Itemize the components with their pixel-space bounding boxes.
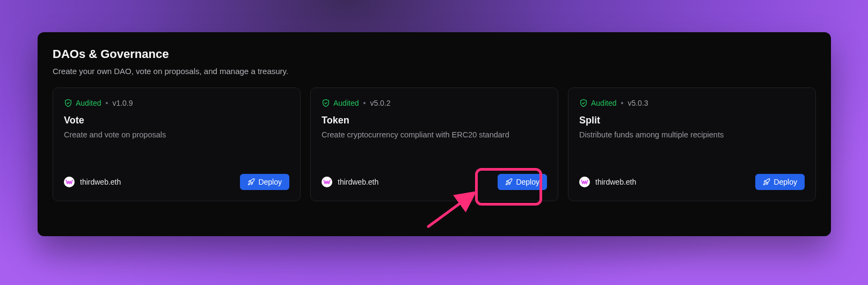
card-footer: thirdweb.eth Deploy	[64, 174, 289, 190]
version-label: v5.0.3	[628, 99, 648, 107]
card-title: Vote	[64, 115, 289, 126]
section-title: DAOs & Governance	[53, 47, 816, 61]
thirdweb-logo-icon	[64, 177, 75, 187]
badge-row: Audited • v1.0.9	[64, 99, 289, 107]
audited-label: Audited	[76, 99, 101, 107]
rocket-icon	[247, 178, 255, 186]
deploy-label: Deploy	[258, 178, 282, 186]
badge-row: Audited • v5.0.2	[322, 99, 547, 107]
deploy-button[interactable]: Deploy	[755, 174, 805, 190]
version-label: v1.0.9	[112, 99, 133, 107]
contract-card-split[interactable]: Audited • v5.0.3 Split Distribute funds …	[568, 87, 816, 201]
publisher-name: thirdweb.eth	[595, 178, 636, 186]
card-title: Token	[322, 115, 547, 126]
card-footer: thirdweb.eth Deploy	[579, 174, 805, 190]
cards-row: Audited • v1.0.9 Vote Create and vote on…	[53, 87, 816, 201]
contracts-panel: DAOs & Governance Create your own DAO, v…	[38, 32, 831, 236]
deploy-button[interactable]: Deploy	[498, 174, 547, 190]
shield-check-icon	[579, 99, 588, 107]
dot-separator: •	[621, 99, 623, 107]
contract-card-token[interactable]: Audited • v5.0.2 Token Create cryptocurr…	[310, 87, 558, 201]
shield-check-icon	[64, 99, 72, 107]
deploy-label: Deploy	[774, 178, 797, 186]
publisher[interactable]: thirdweb.eth	[64, 177, 121, 187]
card-description: Create and vote on proposals	[64, 130, 289, 139]
card-description: Create cryptocurrency compliant with ERC…	[322, 130, 547, 139]
publisher[interactable]: thirdweb.eth	[322, 177, 378, 187]
audited-label: Audited	[591, 99, 616, 107]
publisher[interactable]: thirdweb.eth	[579, 177, 636, 187]
section-subtitle: Create your own DAO, vote on proposals, …	[53, 67, 816, 76]
thirdweb-logo-icon	[579, 177, 590, 187]
deploy-button[interactable]: Deploy	[240, 174, 289, 190]
contract-card-vote[interactable]: Audited • v1.0.9 Vote Create and vote on…	[53, 87, 301, 201]
publisher-name: thirdweb.eth	[338, 178, 378, 186]
version-label: v5.0.2	[370, 99, 390, 107]
audited-label: Audited	[333, 99, 359, 107]
deploy-label: Deploy	[516, 178, 539, 186]
card-footer: thirdweb.eth Deploy	[322, 174, 547, 190]
rocket-icon	[763, 178, 770, 186]
shield-check-icon	[322, 99, 330, 107]
publisher-name: thirdweb.eth	[80, 178, 121, 186]
thirdweb-logo-icon	[322, 177, 332, 187]
card-description: Distribute funds among multiple recipien…	[579, 130, 805, 139]
card-title: Split	[579, 115, 805, 126]
dot-separator: •	[105, 99, 108, 107]
dot-separator: •	[363, 99, 366, 107]
rocket-icon	[505, 178, 513, 186]
badge-row: Audited • v5.0.3	[579, 99, 805, 107]
